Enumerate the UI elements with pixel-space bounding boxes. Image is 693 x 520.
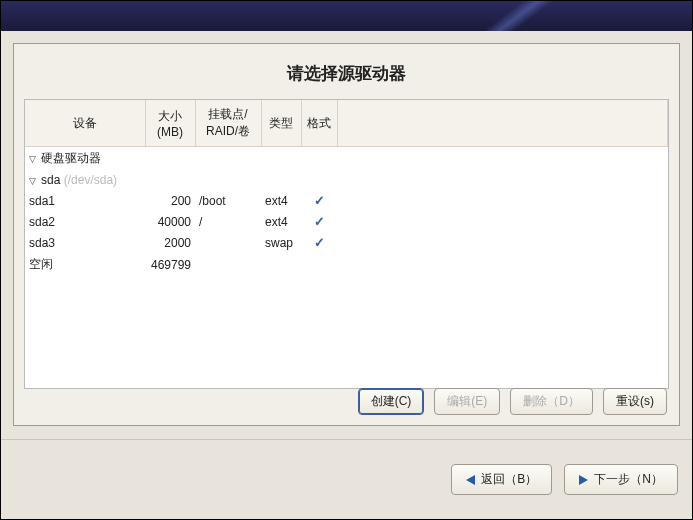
partition-panel: 请选择源驱动器 设备 大小 (MB) 挂载点/ RAID/卷 类型 格式 <box>13 43 680 426</box>
col-size[interactable]: 大小 (MB) <box>145 100 195 147</box>
part-name: sda1 <box>25 190 145 211</box>
delete-button: 删除（D） <box>510 388 593 415</box>
check-icon: ✓ <box>314 193 325 208</box>
part-type: ext4 <box>261 211 301 232</box>
disk-name: sda <box>41 173 60 187</box>
part-name: 空闲 <box>25 253 145 276</box>
header-decoration <box>418 1 605 31</box>
check-icon: ✓ <box>314 214 325 229</box>
arrow-left-icon <box>466 475 475 485</box>
col-spacer <box>337 100 668 147</box>
col-format[interactable]: 格式 <box>301 100 337 147</box>
panel-buttons: 创建(C) 编辑(E) 删除（D） 重设(s) <box>358 388 667 415</box>
part-type <box>261 253 301 276</box>
partition-table-wrap: 设备 大小 (MB) 挂载点/ RAID/卷 类型 格式 ▽硬盘驱动器 <box>24 99 669 389</box>
column-headers-row: 设备 大小 (MB) 挂载点/ RAID/卷 类型 格式 <box>25 100 668 147</box>
panel-title: 请选择源驱动器 <box>14 44 679 99</box>
partition-row[interactable]: sda3 2000 swap ✓ <box>25 232 668 253</box>
partition-row[interactable]: sda2 40000 / ext4 ✓ <box>25 211 668 232</box>
partition-row[interactable]: sda1 200 /boot ext4 ✓ <box>25 190 668 211</box>
col-type[interactable]: 类型 <box>261 100 301 147</box>
root-label: 硬盘驱动器 <box>41 151 101 165</box>
part-size: 469799 <box>145 253 195 276</box>
next-button[interactable]: 下一步（N） <box>564 464 678 495</box>
part-size: 2000 <box>145 232 195 253</box>
part-size: 40000 <box>145 211 195 232</box>
col-device[interactable]: 设备 <box>25 100 145 147</box>
part-name: sda3 <box>25 232 145 253</box>
part-type: swap <box>261 232 301 253</box>
partition-table: 设备 大小 (MB) 挂载点/ RAID/卷 类型 格式 ▽硬盘驱动器 <box>25 100 668 276</box>
part-size: 200 <box>145 190 195 211</box>
disk-path: (/dev/sda) <box>64 173 117 187</box>
partition-row[interactable]: 空闲 469799 <box>25 253 668 276</box>
part-mount <box>195 232 261 253</box>
edit-button: 编辑(E) <box>434 388 500 415</box>
title-bar <box>1 1 692 31</box>
tree-root-row[interactable]: ▽硬盘驱动器 <box>25 147 668 171</box>
footer-bar: 返回（B） 下一步（N） <box>1 439 692 519</box>
col-mount[interactable]: 挂载点/ RAID/卷 <box>195 100 261 147</box>
back-button[interactable]: 返回（B） <box>451 464 552 495</box>
part-mount <box>195 253 261 276</box>
arrow-right-icon <box>579 475 588 485</box>
next-label: 下一步（N） <box>594 471 663 488</box>
part-name: sda2 <box>25 211 145 232</box>
check-icon: ✓ <box>314 235 325 250</box>
part-mount: /boot <box>195 190 261 211</box>
disk-row[interactable]: ▽sda (/dev/sda) <box>25 170 668 190</box>
create-button[interactable]: 创建(C) <box>358 388 425 415</box>
expand-toggle-icon[interactable]: ▽ <box>29 154 39 164</box>
reset-button[interactable]: 重设(s) <box>603 388 667 415</box>
part-type: ext4 <box>261 190 301 211</box>
part-mount: / <box>195 211 261 232</box>
back-label: 返回（B） <box>481 471 537 488</box>
expand-toggle-icon[interactable]: ▽ <box>29 176 39 186</box>
main-area: 请选择源驱动器 设备 大小 (MB) 挂载点/ RAID/卷 类型 格式 <box>1 31 692 438</box>
